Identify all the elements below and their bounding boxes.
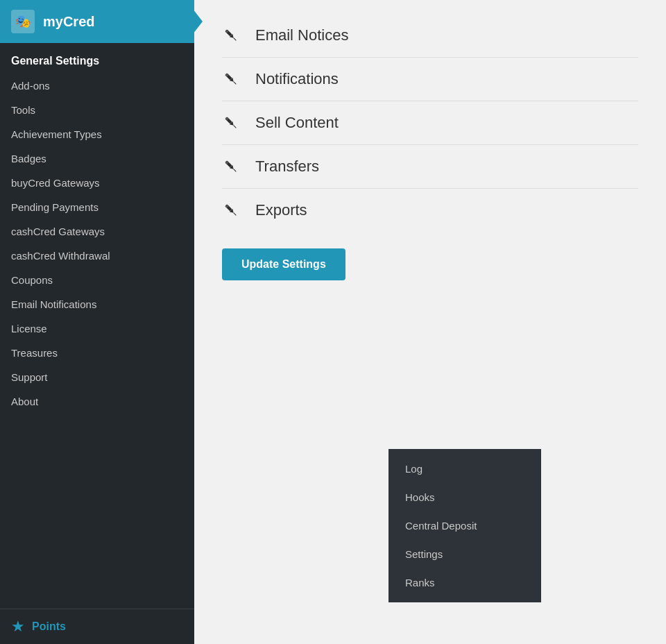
star-icon: ★ (11, 618, 25, 636)
menu-item-label-0: Email Notices (255, 26, 348, 44)
menu-item-3[interactable]: Transfers (222, 145, 638, 189)
sidebar-nav: General SettingsAdd-onsToolsAchievement … (0, 43, 194, 609)
svg-line-19 (234, 169, 237, 172)
menu-pin-icon-1 (222, 70, 243, 88)
sidebar-nav-item-3[interactable]: Achievement Types (0, 122, 194, 146)
sidebar-nav-item-0[interactable]: General Settings (0, 49, 194, 74)
sidebar-bottom-points[interactable]: ★ Points (0, 609, 194, 644)
sidebar-nav-item-1[interactable]: Add-ons (0, 74, 194, 98)
svg-line-14 (234, 126, 237, 128)
svg-line-4 (234, 38, 237, 41)
sidebar: 🎭 myCred General SettingsAdd-onsToolsAch… (0, 0, 194, 644)
sidebar-nav-item-11[interactable]: License (0, 316, 194, 341)
sidebar-nav-item-9[interactable]: Coupons (0, 268, 194, 292)
menu-item-label-4: Exports (255, 201, 307, 219)
sidebar-nav-item-12[interactable]: Treasures (0, 341, 194, 365)
sidebar-nav-item-10[interactable]: Email Notifications (0, 292, 194, 316)
sidebar-nav-item-8[interactable]: cashCred Withdrawal (0, 244, 194, 268)
dropdown-item-1[interactable]: Hooks (388, 483, 541, 511)
logo-icon: 🎭 (15, 14, 31, 29)
menu-item-0[interactable]: Email Notices (222, 14, 638, 58)
menu-item-1[interactable]: Notifications (222, 58, 638, 101)
svg-line-9 (234, 82, 237, 85)
menu-pin-icon-3 (222, 158, 243, 176)
sidebar-header[interactable]: 🎭 myCred (0, 0, 194, 43)
menu-pin-icon-4 (222, 201, 243, 219)
dropdown-popup: LogHooksCentral DepositSettingsRanks (388, 449, 541, 602)
menu-item-label-2: Sell Content (255, 114, 339, 132)
menu-item-4[interactable]: Exports (222, 189, 638, 232)
sidebar-nav-item-4[interactable]: Badges (0, 146, 194, 171)
menu-item-2[interactable]: Sell Content (222, 101, 638, 145)
svg-line-24 (234, 213, 237, 216)
main-panel: Email Notices Notifications Sell Content… (194, 0, 666, 294)
menu-pin-icon-0 (222, 26, 243, 44)
header-arrow (193, 9, 203, 34)
sidebar-nav-item-7[interactable]: cashCred Gateways (0, 219, 194, 244)
sidebar-nav-item-13[interactable]: Support (0, 365, 194, 389)
main-content-area: Email Notices Notifications Sell Content… (194, 0, 666, 644)
menu-item-label-3: Transfers (255, 158, 319, 176)
dropdown-item-0[interactable]: Log (388, 455, 541, 483)
dropdown-item-2[interactable]: Central Deposit (388, 511, 541, 540)
brand-title: myCred (43, 14, 94, 30)
dropdown-item-4[interactable]: Ranks (388, 568, 541, 597)
menu-pin-icon-2 (222, 114, 243, 132)
dropdown-item-3[interactable]: Settings (388, 540, 541, 568)
menu-item-label-1: Notifications (255, 70, 339, 88)
points-label: Points (32, 620, 66, 633)
sidebar-nav-item-5[interactable]: buyCred Gateways (0, 171, 194, 195)
update-settings-button[interactable]: Update Settings (222, 248, 345, 280)
brand-logo: 🎭 (11, 10, 35, 33)
sidebar-nav-item-14[interactable]: About (0, 389, 194, 414)
sidebar-nav-item-2[interactable]: Tools (0, 98, 194, 122)
sidebar-nav-item-6[interactable]: Pending Payments (0, 195, 194, 219)
